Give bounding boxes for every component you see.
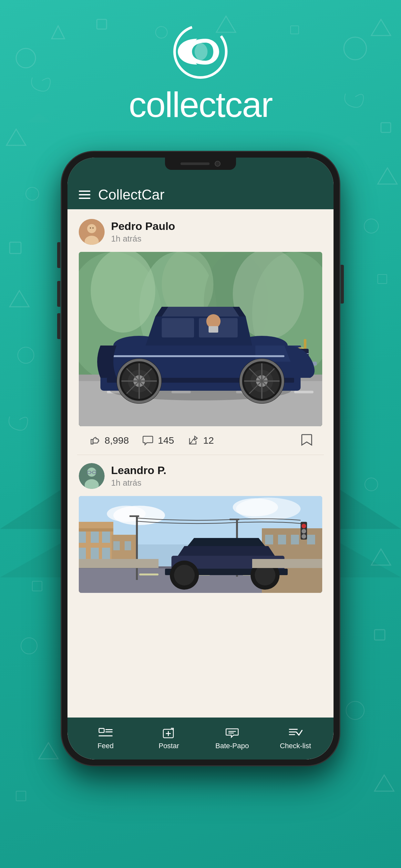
author-info-2: Leandro P. 1h atrás — [111, 464, 166, 488]
svg-rect-103 — [79, 548, 86, 559]
post-card-2: Leandro P. 1h atrás — [67, 455, 334, 593]
author-name-1: Pedro Paulo — [111, 220, 175, 232]
checklist-nav-svg — [288, 727, 303, 739]
svg-rect-136 — [99, 728, 104, 733]
svg-marker-85 — [195, 436, 197, 440]
post-time-2: 1h atrás — [111, 478, 166, 488]
postar-nav-label: Postar — [158, 742, 179, 750]
logo-area: collectcar — [129, 20, 273, 125]
bookmark-icon — [301, 433, 312, 446]
svg-rect-59 — [304, 339, 306, 349]
svg-point-131 — [302, 524, 306, 528]
svg-rect-84 — [209, 326, 218, 333]
phone-screen[interactable]: CollectCar — [67, 158, 334, 760]
svg-point-33 — [90, 227, 91, 228]
svg-rect-105 — [102, 548, 110, 559]
bookmark-button-1[interactable] — [301, 433, 312, 447]
hamburger-line-3 — [79, 197, 90, 199]
post-actions-1: 8,998 145 — [79, 426, 322, 455]
feed-nav-label: Feed — [97, 742, 114, 750]
svg-point-97 — [233, 498, 278, 516]
avatar-leandro[interactable] — [79, 463, 104, 489]
comments-group[interactable]: 145 — [142, 434, 174, 446]
post-image-2[interactable] — [79, 496, 322, 593]
menu-button[interactable] — [79, 190, 90, 199]
svg-rect-102 — [102, 531, 110, 543]
svg-rect-104 — [91, 548, 99, 559]
bottom-navigation: Feed Postar — [67, 717, 334, 760]
svg-point-95 — [107, 506, 146, 522]
nav-item-batepapo[interactable]: Bate-Papo — [211, 727, 253, 750]
hamburger-line-2 — [79, 194, 90, 195]
svg-point-40 — [91, 252, 155, 333]
svg-rect-115 — [136, 516, 138, 580]
avatar-img-pedro — [79, 219, 104, 245]
chat-nav-svg — [225, 727, 239, 739]
svg-rect-100 — [79, 531, 86, 543]
svg-point-34 — [92, 227, 94, 228]
nav-item-checklist[interactable]: Check-list — [274, 727, 316, 750]
phone-camera — [215, 161, 220, 166]
svg-rect-99 — [79, 528, 113, 531]
svg-rect-101 — [91, 531, 99, 543]
post-nav-svg — [162, 727, 176, 739]
avatar-svg-leandro — [79, 463, 104, 489]
post-image-1[interactable] — [79, 252, 322, 426]
app-logo-text: collectcar — [129, 84, 273, 125]
svg-rect-116 — [129, 516, 139, 517]
shares-group[interactable]: 12 — [187, 434, 214, 446]
phone-outer-frame: CollectCar — [62, 152, 339, 765]
svg-rect-48 — [294, 391, 313, 393]
avatar-pedro[interactable] — [79, 219, 104, 245]
svg-rect-121 — [278, 535, 286, 545]
svg-rect-123 — [307, 535, 315, 545]
share-icon[interactable] — [187, 434, 199, 446]
feed-nav-svg — [98, 727, 113, 739]
post-author-row-1: Pedro Paulo 1h atrás — [79, 219, 322, 245]
author-info-1: Pedro Paulo 1h atrás — [111, 220, 175, 244]
comment-icon[interactable] — [142, 434, 154, 446]
post-time-1: 1h atrás — [111, 234, 175, 244]
phone-notch — [165, 158, 236, 170]
nav-item-feed[interactable]: Feed — [85, 727, 127, 750]
feed-icon — [97, 727, 114, 739]
phone-speaker — [181, 162, 210, 165]
svg-rect-107 — [113, 541, 120, 550]
street-scene-svg — [79, 496, 322, 593]
svg-rect-111 — [139, 574, 158, 576]
post-author-row-2: Leandro P. 1h atrás — [79, 463, 322, 489]
svg-rect-56 — [107, 355, 284, 357]
car-scene-svg — [79, 252, 322, 426]
svg-rect-108 — [125, 541, 131, 550]
app-header: CollectCar — [67, 180, 334, 209]
phone-mockup: CollectCar — [62, 152, 339, 765]
app-title: CollectCar — [98, 187, 164, 203]
svg-point-133 — [302, 534, 306, 538]
hamburger-line-1 — [79, 190, 90, 192]
like-icon[interactable] — [89, 434, 101, 446]
svg-point-132 — [302, 529, 306, 533]
svg-point-127 — [174, 565, 195, 585]
post-icon — [161, 727, 177, 739]
svg-point-31 — [87, 224, 96, 233]
svg-rect-122 — [291, 535, 299, 545]
svg-rect-135 — [252, 559, 322, 568]
phone-notch-bar — [67, 158, 334, 180]
checklist-icon — [287, 727, 304, 739]
svg-rect-53 — [162, 318, 194, 337]
cc-logo-svg — [168, 20, 233, 84]
batepapo-nav-label: Bate-Papo — [215, 742, 249, 750]
svg-rect-118 — [229, 519, 239, 520]
avatar-svg-pedro — [79, 219, 104, 245]
post-card-1: Pedro Paulo 1h atrás — [67, 209, 334, 455]
comment-count-1: 145 — [158, 435, 174, 446]
share-count-1: 12 — [203, 435, 214, 446]
author-name-2: Leandro P. — [111, 464, 166, 476]
likes-group[interactable]: 8,998 — [89, 434, 129, 446]
svg-rect-120 — [265, 535, 273, 545]
checklist-nav-label: Check-list — [280, 742, 311, 750]
chat-icon — [224, 727, 240, 739]
svg-rect-134 — [79, 559, 158, 568]
feed-content[interactable]: Pedro Paulo 1h atrás — [67, 209, 334, 593]
nav-item-postar[interactable]: Postar — [148, 727, 190, 750]
